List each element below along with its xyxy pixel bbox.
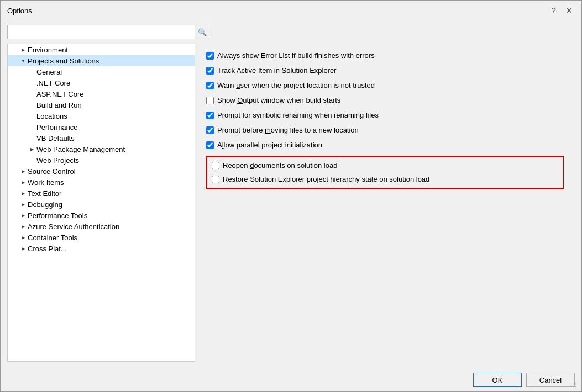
option-checkbox-5[interactable] bbox=[206, 112, 214, 119]
option-label-4: Show Output window when build starts bbox=[217, 96, 340, 104]
sidebar-item-label: Web Package Management bbox=[36, 145, 125, 153]
tree-panel: Environment Projects and Solutions Gener… bbox=[7, 44, 195, 362]
sidebar-item-web-projects[interactable]: Web Projects bbox=[8, 155, 195, 166]
help-button[interactable]: ? bbox=[548, 5, 559, 16]
arrow-icon bbox=[19, 167, 28, 176]
sidebar-item-net-core[interactable]: .NET Core bbox=[8, 77, 195, 88]
title-bar: Options ? ✕ bbox=[1, 1, 581, 20]
main-content: Environment Projects and Solutions Gener… bbox=[7, 44, 575, 362]
arrow-icon bbox=[28, 145, 36, 153]
sidebar-item-label: Container Tools bbox=[28, 234, 77, 242]
sidebar-item-vb-defaults[interactable]: VB Defaults bbox=[8, 133, 195, 144]
option-checkbox-6[interactable] bbox=[206, 126, 214, 134]
sidebar-item-web-package-management[interactable]: Web Package Management bbox=[8, 144, 195, 155]
option-label-7: Allow parallel project initialization bbox=[217, 141, 322, 149]
arrow-icon bbox=[19, 189, 28, 198]
sidebar-item-label: VB Defaults bbox=[36, 134, 75, 142]
sidebar-item-label: Projects and Solutions bbox=[28, 57, 99, 65]
option-row: Allow parallel project initialization bbox=[206, 140, 564, 150]
resize-grip[interactable]: ⠿ bbox=[573, 383, 579, 389]
option-label-9: Restore Solution Explorer project hierar… bbox=[223, 175, 429, 183]
dialog-body: 🔍 Environment Projects and Solutions bbox=[1, 20, 581, 368]
sidebar-item-label: Text Editor bbox=[28, 189, 61, 198]
cancel-button[interactable]: Cancel bbox=[526, 373, 575, 387]
sidebar-item-label: Source Control bbox=[28, 167, 76, 176]
sidebar-item-azure-service-authentication[interactable]: Azure Service Authentication bbox=[8, 221, 195, 232]
option-checkbox-3[interactable] bbox=[206, 82, 214, 89]
arrow-icon bbox=[19, 233, 28, 242]
arrow-icon bbox=[19, 200, 28, 209]
option-label-1: Always show Error List if build finishes… bbox=[217, 51, 375, 60]
option-checkbox-7[interactable] bbox=[206, 141, 214, 149]
sidebar-item-cross-platform[interactable]: Cross Plat... bbox=[8, 243, 195, 254]
option-row: Show Output window when build starts bbox=[206, 95, 564, 105]
arrow-icon bbox=[19, 45, 28, 54]
close-button[interactable]: ✕ bbox=[564, 5, 575, 16]
sidebar-item-locations[interactable]: Locations bbox=[8, 110, 195, 121]
ok-button[interactable]: OK bbox=[473, 373, 522, 387]
option-row: Prompt for symbolic renaming when renami… bbox=[206, 110, 564, 120]
sidebar-item-label: Work Items bbox=[28, 178, 64, 187]
option-checkbox-2[interactable] bbox=[206, 67, 214, 75]
option-row: Track Active Item in Solution Explorer bbox=[206, 65, 564, 76]
option-checkbox-4[interactable] bbox=[206, 97, 214, 104]
sidebar-item-build-and-run[interactable]: Build and Run bbox=[8, 99, 195, 110]
sidebar-item-general[interactable]: General bbox=[8, 66, 195, 77]
search-input[interactable] bbox=[7, 25, 195, 39]
option-row: Warn user when the project location is n… bbox=[206, 80, 564, 91]
arrow-icon bbox=[19, 222, 28, 231]
sidebar-item-label: Performance bbox=[36, 123, 77, 131]
option-checkbox-1[interactable] bbox=[206, 52, 214, 60]
highlighted-options-section: Reopen documents on solution load Restor… bbox=[206, 156, 564, 189]
sidebar-item-label: Performance Tools bbox=[28, 211, 87, 220]
sidebar-item-label: Web Projects bbox=[36, 156, 79, 165]
arrow-icon bbox=[19, 211, 28, 220]
sidebar-item-label: Build and Run bbox=[36, 101, 82, 109]
sidebar-item-debugging[interactable]: Debugging bbox=[8, 199, 195, 210]
dialog-title: Options bbox=[7, 7, 32, 15]
options-panel: Always show Error List if build finishes… bbox=[195, 44, 575, 362]
option-label-6: Prompt before moving files to a new loca… bbox=[217, 126, 359, 134]
option-row: Restore Solution Explorer project hierar… bbox=[212, 174, 558, 184]
sidebar-item-performance-tools[interactable]: Performance Tools bbox=[8, 210, 195, 221]
sidebar-item-label: ASP.NET Core bbox=[36, 90, 84, 98]
sidebar-item-label: Environment bbox=[28, 46, 68, 54]
sidebar-item-label: Cross Plat... bbox=[28, 245, 67, 253]
dialog-footer: OK Cancel ⠿ bbox=[1, 368, 581, 391]
sidebar-item-performance[interactable]: Performance bbox=[8, 121, 195, 133]
sidebar-item-environment[interactable]: Environment bbox=[8, 44, 195, 55]
sidebar-item-text-editor[interactable]: Text Editor bbox=[8, 188, 195, 199]
option-label-5: Prompt for symbolic renaming when renami… bbox=[217, 111, 379, 119]
option-label-8: Reopen documents on solution load bbox=[223, 161, 337, 169]
sidebar-item-label: .NET Core bbox=[36, 79, 70, 87]
sidebar-item-container-tools[interactable]: Container Tools bbox=[8, 232, 195, 243]
option-checkbox-9[interactable] bbox=[212, 176, 219, 183]
option-label-2: Track Active Item in Solution Explorer bbox=[217, 66, 337, 75]
sidebar-item-label: Locations bbox=[36, 112, 67, 120]
option-label-3: Warn user when the project location is n… bbox=[217, 81, 375, 89]
search-row: 🔍 bbox=[7, 25, 575, 39]
option-checkbox-8[interactable] bbox=[212, 162, 219, 169]
sidebar-item-work-items[interactable]: Work Items bbox=[8, 177, 195, 188]
sidebar-item-asp-net-core[interactable]: ASP.NET Core bbox=[8, 88, 195, 99]
arrow-icon bbox=[19, 56, 28, 65]
options-dialog: Options ? ✕ 🔍 Environment Pr bbox=[0, 0, 582, 392]
title-bar-controls: ? ✕ bbox=[548, 5, 575, 16]
sidebar-item-projects-and-solutions[interactable]: Projects and Solutions bbox=[8, 55, 195, 66]
sidebar-item-label: Debugging bbox=[28, 200, 62, 209]
option-row: Prompt before moving files to a new loca… bbox=[206, 125, 564, 135]
option-row: Reopen documents on solution load bbox=[212, 160, 558, 171]
option-row: Always show Error List if build finishes… bbox=[206, 50, 564, 61]
search-button[interactable]: 🔍 bbox=[195, 25, 209, 39]
sidebar-item-source-control[interactable]: Source Control bbox=[8, 166, 195, 177]
arrow-icon bbox=[19, 178, 28, 187]
sidebar-item-label: General bbox=[36, 68, 62, 76]
arrow-icon bbox=[19, 244, 28, 253]
sidebar-item-label: Azure Service Authentication bbox=[28, 223, 119, 231]
